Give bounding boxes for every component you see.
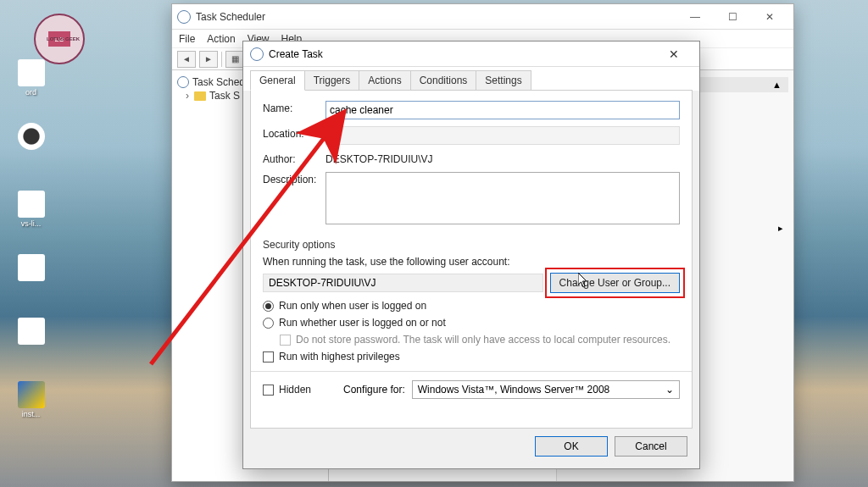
radio-icon: [263, 301, 274, 312]
user-account-value: DESKTOP-7RIDUIU\VJ: [263, 274, 543, 292]
radio-logged-on[interactable]: Run only when user is logged on: [263, 300, 680, 312]
menu-action[interactable]: Action: [207, 33, 235, 45]
chevron-down-icon: ⌄: [665, 384, 674, 396]
name-input[interactable]: [326, 101, 680, 119]
tab-settings[interactable]: Settings: [476, 70, 531, 91]
menu-file[interactable]: File: [179, 33, 195, 45]
desktop-icon[interactable]: inst...: [3, 381, 58, 418]
nav-forward-button[interactable]: ►: [199, 51, 218, 68]
minimize-button[interactable]: —: [676, 5, 714, 29]
configure-for-select[interactable]: Windows Vista™, Windows Server™ 2008 ⌄: [412, 380, 680, 399]
tab-conditions[interactable]: Conditions: [410, 70, 477, 91]
clock-icon: [177, 76, 189, 88]
desktop-icon[interactable]: [3, 318, 58, 346]
desktop-icon[interactable]: [3, 254, 58, 283]
radio-icon: [263, 318, 274, 329]
tab-triggers[interactable]: Triggers: [304, 70, 360, 91]
ct-tabstrip: General Triggers Actions Conditions Sett…: [243, 67, 699, 91]
checkbox-icon: [263, 351, 274, 362]
maximize-button[interactable]: ☐: [714, 5, 751, 29]
checkbox-icon: [280, 335, 291, 346]
watermark-label: LOTUS GEEK: [47, 36, 80, 42]
desktop-icon[interactable]: ord: [3, 59, 58, 97]
toolbar-button[interactable]: ▦: [225, 51, 244, 68]
divider: [251, 371, 692, 372]
tab-general[interactable]: General: [250, 70, 305, 91]
ts-titlebar[interactable]: Task Scheduler — ☐ ✕: [172, 4, 793, 30]
radio-regardless[interactable]: Run whether user is logged on or not: [263, 317, 680, 329]
configure-label: Configure for:: [343, 384, 405, 396]
location-value: \: [326, 126, 680, 145]
lotus-geek-watermark: LG LOTUS GEEK: [34, 14, 85, 64]
ct-panel-general: Name: Location: \ Author: DESKTOP-7RIDUI…: [250, 90, 693, 429]
folder-icon: [194, 91, 206, 101]
checkbox-icon: [263, 385, 274, 396]
cancel-button[interactable]: Cancel: [615, 436, 687, 457]
author-label: Author:: [263, 152, 326, 165]
tab-actions[interactable]: Actions: [359, 70, 410, 91]
ok-button[interactable]: OK: [535, 436, 608, 457]
collapse-icon[interactable]: ▲: [772, 80, 782, 90]
description-input[interactable]: [326, 172, 680, 224]
checkbox-no-store-password: Do not store password. The task will onl…: [280, 334, 680, 346]
ct-titlebar[interactable]: Create Task ✕: [243, 42, 699, 67]
location-label: Location:: [263, 126, 326, 140]
security-header: Security options: [263, 239, 680, 251]
description-label: Description:: [263, 172, 326, 185]
create-task-dialog: Create Task ✕ General Triggers Actions C…: [242, 41, 700, 469]
ct-title: Create Task: [269, 48, 323, 60]
clock-icon: [250, 47, 264, 61]
desktop-icon[interactable]: [3, 123, 58, 152]
chevron-right-icon: ›: [186, 90, 189, 102]
ts-title: Task Scheduler: [196, 11, 265, 23]
change-user-button[interactable]: Change User or Group...: [550, 273, 680, 293]
author-value: DESKTOP-7RIDUIU\VJ: [326, 152, 680, 165]
desktop-icon[interactable]: vs-li...: [3, 191, 58, 228]
nav-back-button[interactable]: ◄: [177, 51, 196, 68]
clock-icon: [177, 10, 191, 24]
checkbox-hidden[interactable]: Hidden: [263, 384, 311, 396]
close-button[interactable]: ✕: [751, 5, 788, 29]
close-button[interactable]: ✕: [655, 42, 693, 66]
security-text: When running the task, use the following…: [263, 256, 680, 268]
checkbox-high-privileges[interactable]: Run with highest privileges: [263, 351, 680, 362]
name-label: Name:: [263, 101, 326, 114]
